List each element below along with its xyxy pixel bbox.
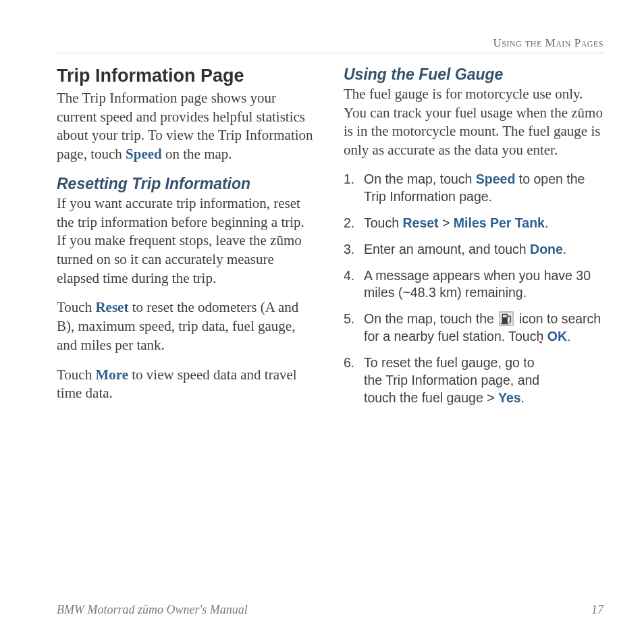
link-reset[interactable]: Reset <box>95 299 128 315</box>
paragraph-touch-reset: Touch Reset to reset the odometers (A an… <box>57 298 317 354</box>
running-head: Using the Main Pages <box>57 36 603 53</box>
link-speed[interactable]: Speed <box>476 171 516 186</box>
step-1: On the map, touch Speed to open the Trip… <box>344 171 603 206</box>
text: On the map, touch the <box>364 311 498 326</box>
two-column-layout: Trip Information Page The Trip Informati… <box>57 65 603 416</box>
link-done[interactable]: Done <box>530 242 563 257</box>
text: . <box>567 329 570 344</box>
text: > <box>439 215 454 230</box>
footer-title: BMW Motorrad zūmo Owner's Manual <box>57 603 248 617</box>
step-3: Enter an amount, and touch Done. <box>344 241 603 259</box>
heading-resetting-trip-info: Resetting Trip Information <box>57 175 317 193</box>
text: . <box>521 390 525 405</box>
svg-rect-3 <box>502 323 509 325</box>
link-reset[interactable]: Reset <box>402 215 438 230</box>
fuel-gauge-icon <box>555 356 603 404</box>
link-ok[interactable]: OK <box>547 329 567 344</box>
page-footer: BMW Motorrad zūmo Owner's Manual 17 <box>57 603 603 617</box>
text: . <box>563 242 566 257</box>
text: on the map. <box>162 146 232 162</box>
svg-rect-2 <box>503 315 507 318</box>
link-yes[interactable]: Yes <box>498 390 521 405</box>
link-speed[interactable]: Speed <box>126 146 162 162</box>
step-6: To reset the fuel gauge, go to the Trip … <box>344 354 603 407</box>
step-4: A message appears when you have 30 miles… <box>344 267 603 302</box>
paragraph-intro: The Trip Information page shows your cur… <box>57 89 317 164</box>
paragraph-fuel-intro: The fuel gauge is for motorcycle use onl… <box>344 85 603 160</box>
step-2: Touch Reset > Miles Per Tank. <box>344 215 603 232</box>
right-column: Using the Fuel Gauge The fuel gauge is f… <box>344 65 603 416</box>
svg-rect-6 <box>537 348 543 350</box>
paragraph-reset-info: If you want accurate trip information, r… <box>57 194 317 288</box>
heading-trip-information: Trip Information Page <box>57 65 317 86</box>
text: Enter an amount, and touch <box>364 242 530 257</box>
steps-list: On the map, touch Speed to open the Trip… <box>344 171 603 407</box>
step-5: On the map, touch the icon to search for… <box>344 311 603 346</box>
left-column: Trip Information Page The Trip Informati… <box>57 65 317 416</box>
link-more[interactable]: More <box>95 367 128 383</box>
page-number: 17 <box>591 603 603 617</box>
text: On the map, touch <box>364 171 476 186</box>
fuel-pump-icon <box>499 311 514 326</box>
text: . <box>545 215 548 230</box>
link-miles-per-tank[interactable]: Miles Per Tank <box>454 215 545 230</box>
heading-fuel-gauge: Using the Fuel Gauge <box>344 65 603 84</box>
paragraph-touch-more: Touch More to view speed data and travel… <box>57 366 317 403</box>
text: Touch <box>57 367 95 383</box>
svg-rect-5 <box>539 342 542 344</box>
text: Touch <box>364 215 402 230</box>
text: Touch <box>57 299 95 315</box>
